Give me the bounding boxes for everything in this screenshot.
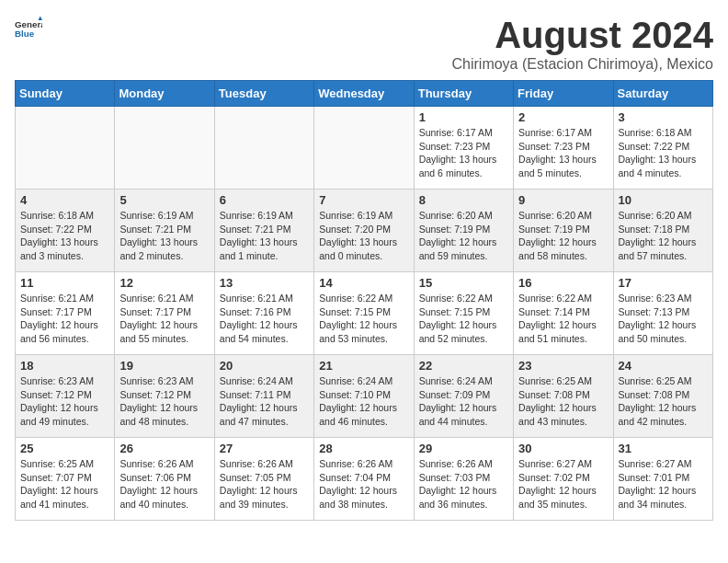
calendar-cell: 29Sunrise: 6:26 AM Sunset: 7:03 PM Dayli… <box>414 438 513 521</box>
calendar-week-3: 11Sunrise: 6:21 AM Sunset: 7:17 PM Dayli… <box>16 272 713 355</box>
calendar-cell: 22Sunrise: 6:24 AM Sunset: 7:09 PM Dayli… <box>414 355 513 438</box>
calendar-cell: 25Sunrise: 6:25 AM Sunset: 7:07 PM Dayli… <box>16 438 115 521</box>
header-cell-sunday: Sunday <box>16 81 115 107</box>
day-number: 11 <box>20 276 109 290</box>
calendar-cell: 19Sunrise: 6:23 AM Sunset: 7:12 PM Dayli… <box>115 355 214 438</box>
day-number: 6 <box>220 193 309 207</box>
calendar-cell: 21Sunrise: 6:24 AM Sunset: 7:10 PM Dayli… <box>314 355 414 438</box>
header: General Blue August 2024 Chirimoya (Esta… <box>15 15 713 73</box>
day-info: Sunrise: 6:19 AM Sunset: 7:20 PM Dayligh… <box>319 209 408 263</box>
day-info: Sunrise: 6:18 AM Sunset: 7:22 PM Dayligh… <box>20 209 109 263</box>
day-info: Sunrise: 6:18 AM Sunset: 7:22 PM Dayligh… <box>619 126 708 180</box>
calendar-week-4: 18Sunrise: 6:23 AM Sunset: 7:12 PM Dayli… <box>16 355 713 438</box>
logo-icon: General Blue <box>15 15 42 42</box>
calendar-cell: 14Sunrise: 6:22 AM Sunset: 7:15 PM Dayli… <box>314 272 414 355</box>
day-number: 29 <box>419 442 508 455</box>
day-info: Sunrise: 6:23 AM Sunset: 7:12 PM Dayligh… <box>20 374 109 429</box>
calendar-cell: 20Sunrise: 6:24 AM Sunset: 7:11 PM Dayli… <box>214 355 313 438</box>
day-number: 30 <box>518 442 608 455</box>
header-cell-saturday: Saturday <box>613 81 712 107</box>
calendar-cell: 23Sunrise: 6:25 AM Sunset: 7:08 PM Dayli… <box>514 355 613 438</box>
calendar-cell: 27Sunrise: 6:26 AM Sunset: 7:05 PM Dayli… <box>214 438 313 521</box>
day-info: Sunrise: 6:20 AM Sunset: 7:19 PM Dayligh… <box>518 209 608 263</box>
day-info: Sunrise: 6:22 AM Sunset: 7:14 PM Dayligh… <box>518 292 608 346</box>
subtitle: Chirimoya (Estacion Chirimoya), Mexico <box>451 56 713 73</box>
header-cell-tuesday: Tuesday <box>214 81 313 107</box>
day-info: Sunrise: 6:26 AM Sunset: 7:05 PM Dayligh… <box>220 457 309 511</box>
day-number: 4 <box>20 193 109 207</box>
day-info: Sunrise: 6:23 AM Sunset: 7:12 PM Dayligh… <box>119 374 209 429</box>
calendar-table: SundayMondayTuesdayWednesdayThursdayFrid… <box>15 80 713 521</box>
calendar-cell: 26Sunrise: 6:26 AM Sunset: 7:06 PM Dayli… <box>115 438 214 521</box>
day-info: Sunrise: 6:19 AM Sunset: 7:21 PM Dayligh… <box>220 209 309 263</box>
calendar-cell <box>214 107 313 190</box>
day-info: Sunrise: 6:17 AM Sunset: 7:23 PM Dayligh… <box>419 126 508 180</box>
day-number: 16 <box>518 276 608 290</box>
day-number: 5 <box>119 193 209 207</box>
day-info: Sunrise: 6:25 AM Sunset: 7:08 PM Dayligh… <box>619 374 708 429</box>
day-number: 26 <box>119 442 209 455</box>
day-number: 17 <box>619 276 708 290</box>
day-info: Sunrise: 6:27 AM Sunset: 7:01 PM Dayligh… <box>619 457 708 511</box>
calendar-cell: 8Sunrise: 6:20 AM Sunset: 7:19 PM Daylig… <box>414 190 513 272</box>
main-title: August 2024 <box>451 15 713 56</box>
calendar-cell: 4Sunrise: 6:18 AM Sunset: 7:22 PM Daylig… <box>16 190 115 272</box>
day-info: Sunrise: 6:24 AM Sunset: 7:09 PM Dayligh… <box>419 374 508 429</box>
day-info: Sunrise: 6:21 AM Sunset: 7:17 PM Dayligh… <box>20 292 109 346</box>
day-number: 20 <box>220 359 309 373</box>
day-info: Sunrise: 6:23 AM Sunset: 7:13 PM Dayligh… <box>619 292 708 346</box>
day-number: 15 <box>419 276 508 290</box>
day-info: Sunrise: 6:24 AM Sunset: 7:11 PM Dayligh… <box>220 374 309 429</box>
day-number: 24 <box>619 359 708 373</box>
day-info: Sunrise: 6:25 AM Sunset: 7:07 PM Dayligh… <box>20 457 109 511</box>
calendar-cell <box>115 107 214 190</box>
day-info: Sunrise: 6:17 AM Sunset: 7:23 PM Dayligh… <box>518 126 608 180</box>
calendar-cell: 18Sunrise: 6:23 AM Sunset: 7:12 PM Dayli… <box>16 355 115 438</box>
day-number: 13 <box>220 276 309 290</box>
day-number: 9 <box>518 193 608 207</box>
calendar-cell: 10Sunrise: 6:20 AM Sunset: 7:18 PM Dayli… <box>613 190 712 272</box>
day-number: 12 <box>119 276 209 290</box>
day-number: 18 <box>20 359 109 373</box>
calendar-cell: 1Sunrise: 6:17 AM Sunset: 7:23 PM Daylig… <box>414 107 513 190</box>
calendar-cell: 3Sunrise: 6:18 AM Sunset: 7:22 PM Daylig… <box>613 107 712 190</box>
calendar-week-2: 4Sunrise: 6:18 AM Sunset: 7:22 PM Daylig… <box>16 190 713 272</box>
calendar-cell: 17Sunrise: 6:23 AM Sunset: 7:13 PM Dayli… <box>613 272 712 355</box>
calendar-cell: 31Sunrise: 6:27 AM Sunset: 7:01 PM Dayli… <box>613 438 712 521</box>
day-info: Sunrise: 6:19 AM Sunset: 7:21 PM Dayligh… <box>119 209 209 263</box>
calendar-cell <box>314 107 414 190</box>
calendar-cell: 15Sunrise: 6:22 AM Sunset: 7:15 PM Dayli… <box>414 272 513 355</box>
calendar-cell: 7Sunrise: 6:19 AM Sunset: 7:20 PM Daylig… <box>314 190 414 272</box>
calendar-cell: 5Sunrise: 6:19 AM Sunset: 7:21 PM Daylig… <box>115 190 214 272</box>
calendar-cell: 2Sunrise: 6:17 AM Sunset: 7:23 PM Daylig… <box>514 107 613 190</box>
day-info: Sunrise: 6:26 AM Sunset: 7:04 PM Dayligh… <box>319 457 408 511</box>
day-number: 7 <box>319 193 408 207</box>
header-cell-monday: Monday <box>115 81 214 107</box>
day-number: 31 <box>619 442 708 455</box>
day-info: Sunrise: 6:20 AM Sunset: 7:19 PM Dayligh… <box>419 209 508 263</box>
svg-text:Blue: Blue <box>15 29 35 39</box>
calendar-cell: 6Sunrise: 6:19 AM Sunset: 7:21 PM Daylig… <box>214 190 313 272</box>
calendar-cell: 9Sunrise: 6:20 AM Sunset: 7:19 PM Daylig… <box>514 190 613 272</box>
day-number: 3 <box>619 110 708 124</box>
calendar-cell: 11Sunrise: 6:21 AM Sunset: 7:17 PM Dayli… <box>16 272 115 355</box>
day-number: 22 <box>419 359 508 373</box>
calendar-cell: 13Sunrise: 6:21 AM Sunset: 7:16 PM Dayli… <box>214 272 313 355</box>
calendar-body: 1Sunrise: 6:17 AM Sunset: 7:23 PM Daylig… <box>16 107 713 521</box>
day-number: 14 <box>319 276 408 290</box>
calendar-cell <box>16 107 115 190</box>
day-info: Sunrise: 6:21 AM Sunset: 7:17 PM Dayligh… <box>119 292 209 346</box>
title-area: August 2024 Chirimoya (Estacion Chirimoy… <box>451 15 713 73</box>
day-number: 10 <box>619 193 708 207</box>
day-info: Sunrise: 6:22 AM Sunset: 7:15 PM Dayligh… <box>419 292 508 346</box>
day-number: 23 <box>518 359 608 373</box>
calendar-cell: 16Sunrise: 6:22 AM Sunset: 7:14 PM Dayli… <box>514 272 613 355</box>
calendar-week-1: 1Sunrise: 6:17 AM Sunset: 7:23 PM Daylig… <box>16 107 713 190</box>
day-number: 28 <box>319 442 408 455</box>
day-info: Sunrise: 6:25 AM Sunset: 7:08 PM Dayligh… <box>518 374 608 429</box>
day-number: 8 <box>419 193 508 207</box>
day-number: 21 <box>319 359 408 373</box>
header-cell-wednesday: Wednesday <box>314 81 414 107</box>
day-info: Sunrise: 6:20 AM Sunset: 7:18 PM Dayligh… <box>619 209 708 263</box>
calendar-week-5: 25Sunrise: 6:25 AM Sunset: 7:07 PM Dayli… <box>16 438 713 521</box>
